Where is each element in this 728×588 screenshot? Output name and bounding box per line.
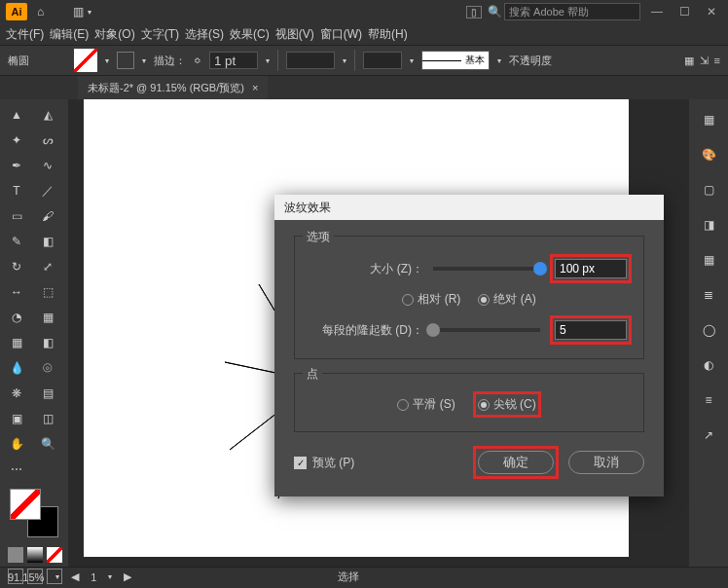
more-tools[interactable]: ⋯ bbox=[2, 458, 31, 481]
label-ridges: 每段的隆起数 (D)： bbox=[307, 322, 423, 339]
toolbar: ▲ ◭ ✦ ᔕ ✒ ∿ T ／ ▭ 🖌 ✎ ◧ ↻ ⤢ ↔ ⬚ ◔ ▦ ▦ ◧ … bbox=[0, 99, 68, 567]
home-icon[interactable]: ⌂ bbox=[37, 5, 44, 18]
titlebar: Ai ⌂ ▥▾ ▯ 🔍 搜索 Adobe 帮助 — ☐ ✕ bbox=[0, 0, 728, 23]
minimize-button[interactable]: — bbox=[646, 3, 668, 20]
type-tool[interactable]: T bbox=[2, 179, 31, 202]
var-width[interactable] bbox=[363, 52, 402, 69]
size-input[interactable] bbox=[555, 259, 627, 278]
graph-tool[interactable]: ▤ bbox=[33, 382, 62, 405]
pen-tool[interactable]: ✒ bbox=[2, 154, 31, 177]
dialog-title: 波纹效果 bbox=[274, 195, 664, 220]
scale-tool[interactable]: ⤢ bbox=[33, 255, 62, 278]
swatches-icon[interactable]: ▦ bbox=[696, 247, 721, 273]
radio-smooth[interactable]: 平滑 (S) bbox=[397, 396, 455, 413]
share-icon[interactable]: ↗ bbox=[696, 423, 721, 448]
properties-icon[interactable]: ▦ bbox=[696, 107, 721, 132]
zigzag-dialog: 波纹效果 选项 大小 (Z)： 相对 (R) 绝对 (A) 每段的隆起数 (D)… bbox=[274, 195, 664, 496]
graphic-style[interactable]: 基本 bbox=[421, 51, 490, 70]
zoom-tool[interactable]: 🔍 bbox=[33, 432, 62, 456]
slice-tool[interactable]: ◫ bbox=[33, 407, 62, 430]
lasso-tool[interactable]: ᔕ bbox=[33, 129, 62, 152]
eraser-tool[interactable]: ◧ bbox=[33, 230, 62, 253]
app-logo: Ai bbox=[6, 3, 27, 20]
symbol-tool[interactable]: ❋ bbox=[2, 382, 31, 405]
menu-window[interactable]: 窗口(W) bbox=[320, 26, 362, 43]
stroke-width-input[interactable] bbox=[209, 52, 258, 69]
color-mode-swatches[interactable] bbox=[8, 547, 62, 563]
artboard-nav[interactable]: 1 bbox=[91, 571, 96, 583]
transparency-icon[interactable]: ◐ bbox=[696, 352, 721, 378]
layers-icon[interactable]: ≣ bbox=[696, 282, 721, 308]
shape-label: 椭圆 bbox=[8, 54, 29, 68]
preview-checkbox[interactable]: ✓预览 (P) bbox=[294, 455, 354, 471]
controlbar: 椭圆 ▾ ▾ 描边： ≎ ▾ ▾ ▾ 基本▾ 不透明度 ▦ ⇲ ≡ bbox=[0, 45, 728, 76]
menu-file[interactable]: 文件(F) bbox=[6, 26, 44, 43]
align-icon[interactable]: ▦ bbox=[684, 55, 694, 67]
color-icon[interactable]: 🎨 bbox=[696, 142, 721, 167]
transform-icon[interactable]: ⇲ bbox=[700, 55, 709, 67]
menu-edit[interactable]: 编辑(E) bbox=[50, 26, 89, 43]
ok-button[interactable]: 确定 bbox=[478, 451, 554, 474]
perspective-tool[interactable]: ▦ bbox=[33, 306, 62, 329]
selection-tool[interactable]: ▲ bbox=[2, 103, 31, 127]
eyedropper-tool[interactable]: 💧 bbox=[2, 356, 31, 380]
magic-wand-tool[interactable]: ✦ bbox=[2, 129, 31, 152]
arrange-docs-icon[interactable]: ▥▾ bbox=[73, 5, 91, 18]
blend-tool[interactable]: ⦾ bbox=[33, 356, 62, 380]
links-icon[interactable]: ≡ bbox=[696, 387, 721, 413]
artboard-tool[interactable]: ▣ bbox=[2, 407, 31, 430]
width-tool[interactable]: ↔ bbox=[2, 280, 31, 304]
free-transform-tool[interactable]: ⬚ bbox=[33, 280, 62, 304]
highlight-corner: 尖锐 (C) bbox=[473, 391, 541, 418]
cancel-button[interactable]: 取消 bbox=[568, 451, 644, 474]
gradient-icon[interactable]: ◨ bbox=[696, 212, 721, 238]
size-slider[interactable] bbox=[433, 267, 540, 271]
brush-tool[interactable]: 🖌 bbox=[33, 204, 62, 228]
statusbar: 91.15%▾ ◀ 1▾ ▶ 选择 bbox=[0, 567, 728, 586]
menu-help[interactable]: 帮助(H) bbox=[368, 26, 408, 43]
doc-setup-icon[interactable]: ▯ bbox=[466, 6, 482, 18]
current-tool-label: 选择 bbox=[338, 570, 359, 584]
menu-effect[interactable]: 效果(C) bbox=[230, 26, 270, 43]
rect-tool[interactable]: ▭ bbox=[2, 204, 31, 228]
rotate-tool[interactable]: ↻ bbox=[2, 255, 31, 278]
menu-view[interactable]: 视图(V) bbox=[275, 26, 314, 43]
maximize-button[interactable]: ☐ bbox=[673, 3, 695, 20]
radio-absolute[interactable]: 绝对 (A) bbox=[478, 291, 535, 308]
fill-swatch[interactable] bbox=[74, 49, 97, 72]
close-window-button[interactable]: ✕ bbox=[701, 3, 722, 20]
menu-type[interactable]: 文字(T) bbox=[141, 26, 179, 43]
more-icon[interactable]: ≡ bbox=[714, 55, 720, 67]
shape-builder-tool[interactable]: ◔ bbox=[2, 306, 31, 329]
search-icon: 🔍 bbox=[488, 5, 502, 18]
mesh-tool[interactable]: ▦ bbox=[2, 331, 31, 354]
brush-def[interactable] bbox=[286, 52, 335, 69]
group-point: 点 平滑 (S) 尖锐 (C) bbox=[294, 373, 644, 432]
document-tab-title: 未标题-2* @ 91.15% (RGB/预览) bbox=[88, 81, 244, 95]
highlight-ridges bbox=[550, 315, 632, 345]
group-options-label: 选项 bbox=[303, 229, 334, 245]
shaper-tool[interactable]: ✎ bbox=[2, 230, 31, 253]
stroke-swatch[interactable] bbox=[117, 52, 134, 69]
ridges-input[interactable] bbox=[555, 320, 627, 340]
menu-select[interactable]: 选择(S) bbox=[185, 26, 224, 43]
menu-object[interactable]: 对象(O) bbox=[94, 26, 134, 43]
menubar: 文件(F) 编辑(E) 对象(O) 文字(T) 选择(S) 效果(C) 视图(V… bbox=[0, 23, 728, 45]
radio-relative[interactable]: 相对 (R) bbox=[402, 291, 460, 308]
group-point-label: 点 bbox=[303, 366, 322, 383]
search-input[interactable]: 搜索 Adobe 帮助 bbox=[504, 3, 640, 20]
close-tab-icon[interactable]: × bbox=[252, 82, 258, 93]
line-tool[interactable]: ／ bbox=[33, 179, 62, 202]
label-size: 大小 (Z)： bbox=[307, 261, 423, 277]
gradient-tool[interactable]: ◧ bbox=[33, 331, 62, 354]
ridges-slider[interactable] bbox=[433, 328, 540, 332]
zoom-level[interactable]: 91.15% bbox=[8, 571, 44, 583]
radio-corner[interactable]: 尖锐 (C) bbox=[478, 396, 536, 413]
direct-selection-tool[interactable]: ◭ bbox=[33, 103, 62, 127]
document-tab[interactable]: 未标题-2* @ 91.15% (RGB/预览) × bbox=[78, 76, 268, 99]
appearance-icon[interactable]: ◯ bbox=[696, 317, 721, 343]
color-well[interactable] bbox=[10, 489, 58, 537]
curvature-tool[interactable]: ∿ bbox=[33, 154, 62, 177]
libraries-icon[interactable]: ▢ bbox=[696, 177, 721, 202]
hand-tool[interactable]: ✋ bbox=[2, 432, 31, 456]
